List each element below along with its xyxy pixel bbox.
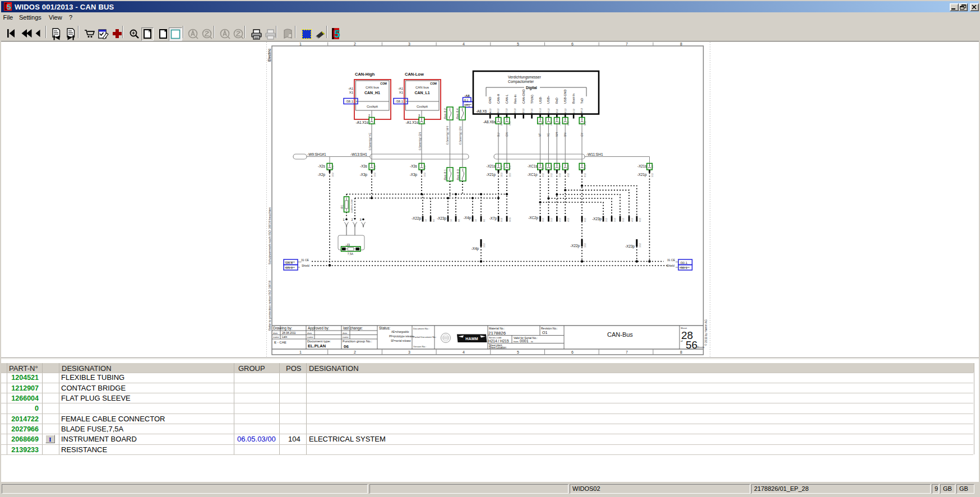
svg-text:-X3s: -X3s <box>410 164 417 168</box>
svg-text:from: from <box>514 340 519 343</box>
svg-text:1312: 1312 <box>374 173 376 177</box>
svg-text:-A1: -A1 <box>398 87 404 90</box>
svg-text:R/12: R/12 <box>567 165 570 169</box>
svg-text:Boot-In: Boot-In <box>572 94 575 104</box>
svg-text:3/12: 3/12 <box>605 218 608 222</box>
svg-text:BN: BN <box>563 133 567 137</box>
svg-text:3/12: 3/12 <box>424 165 426 169</box>
svg-text:USB+: USB+ <box>547 95 550 104</box>
svg-text:5: 5 <box>517 42 519 46</box>
svg-text:name: name <box>343 336 349 338</box>
svg-text:6/12: 6/12 <box>584 218 586 222</box>
svg-text:Q/12: Q/12 <box>542 165 544 169</box>
svg-text:0001: 0001 <box>520 339 529 343</box>
svg-text:Cockpit: Cockpit <box>417 105 428 108</box>
svg-text:28.08.2011: 28.08.2011 <box>282 331 296 335</box>
svg-text:L/12: L/12 <box>572 108 575 113</box>
svg-text:-X23p: -X23p <box>625 244 635 249</box>
svg-text:-A8: -A8 <box>464 94 470 97</box>
svg-text:4/12: 4/12 <box>567 218 570 222</box>
svg-text:I9/15: I9/15 <box>509 217 511 222</box>
svg-text:06: 06 <box>344 344 349 349</box>
svg-text:II/10: II/10 <box>501 218 503 222</box>
svg-text:-X4p: -X4p <box>464 216 471 220</box>
svg-text:H214 / H215: H214 / H215 <box>488 339 509 343</box>
svg-text:CAN-L: CAN-L <box>505 94 509 104</box>
svg-text:1312: 1312 <box>424 173 426 177</box>
svg-text:B/12: B/12 <box>501 122 503 126</box>
svg-text:date: date <box>273 332 278 335</box>
svg-text:G/12: G/12 <box>542 121 544 126</box>
svg-text:Material No.:: Material No.: <box>489 327 505 330</box>
svg-text:C/12: C/12 <box>505 108 508 113</box>
svg-text:O1: O1 <box>542 331 547 335</box>
svg-text:0.5mm²(q) YE: 0.5mm²(q) YE <box>368 132 372 150</box>
svg-text:WH: WH <box>555 132 558 137</box>
svg-text:GN: GN <box>505 132 509 137</box>
svg-text:-X3s: -X3s <box>360 164 367 168</box>
svg-text:8/12: 8/12 <box>584 173 586 177</box>
svg-text:1/2: 1/2 <box>475 219 477 222</box>
svg-text:Version No.:: Version No.: <box>413 345 426 348</box>
svg-text:1: 1 <box>299 42 302 46</box>
svg-text:3/12: 3/12 <box>542 218 544 222</box>
svg-text:Refer to protection notice ISO: Refer to protection notice ISO 16016 <box>268 281 271 331</box>
svg-text:2: 2 <box>354 350 356 354</box>
svg-text:E - CAE: E - CAE <box>274 341 286 344</box>
svg-text:0.5mm²(q) GN: 0.5mm²(q) GN <box>418 132 422 150</box>
svg-text:4: 4 <box>463 42 465 46</box>
svg-text:Res-In: Res-In <box>514 95 517 104</box>
svg-text:COM: COM <box>430 82 437 85</box>
svg-text:6: 6 <box>571 350 574 354</box>
svg-text:3: 3 <box>408 42 410 46</box>
svg-text:0.5mm²(q) GN: 0.5mm²(q) GN <box>459 127 462 145</box>
svg-text:CAN-Low: CAN-Low <box>405 72 424 77</box>
svg-text:TxD: TxD <box>580 98 584 104</box>
svg-text:-Res.8.1: -Res.8.1 <box>443 169 447 181</box>
svg-text:5/12: 5/12 <box>614 218 616 222</box>
svg-text:2/12: 2/12 <box>501 165 503 169</box>
svg-text:1112: 1112 <box>509 173 511 177</box>
svg-text:-X22p: -X22p <box>412 216 421 221</box>
svg-text:2: 2 <box>374 123 376 124</box>
svg-text:-J3: -J3 <box>345 243 350 247</box>
svg-text:2: 2 <box>354 42 356 46</box>
svg-text:Lais: Lais <box>282 335 288 338</box>
svg-text:7: 7 <box>626 350 628 354</box>
svg-text:J/12: J/12 <box>559 122 561 126</box>
svg-text:-Res.8.3: -Res.8.3 <box>456 169 460 181</box>
svg-text:D/12: D/12 <box>514 108 516 113</box>
svg-text:CAN-High: CAN-High <box>355 72 375 77</box>
svg-text:K/12: K/12 <box>567 122 570 126</box>
svg-text:Status:: Status: <box>379 326 390 330</box>
svg-text:HAMM: HAMM <box>465 337 478 341</box>
svg-text:M/12: M/12 <box>584 121 586 126</box>
svg-text:2178826: 2178826 <box>488 331 506 336</box>
svg-text:Schutzvermerk nach ISO 16016 b: Schutzvermerk nach ISO 16016 beachten <box>268 207 271 264</box>
svg-text:M/12: M/12 <box>584 165 586 169</box>
svg-text:1312: 1312 <box>584 243 586 248</box>
svg-text:Verdichtungsmesser: Verdichtungsmesser <box>508 75 542 80</box>
svg-text:G/12: G/12 <box>539 108 542 113</box>
svg-text:-X7p: -X7p <box>489 216 497 221</box>
svg-text:CAN bus: CAN bus <box>415 86 429 89</box>
svg-text:-A8.X6s: -A8.X6s <box>483 120 496 124</box>
svg-text:-X21p: -X21p <box>486 173 496 177</box>
svg-text:COM: COM <box>380 82 387 85</box>
svg-text:EL.PLAN: EL.PLAN <box>308 343 326 349</box>
svg-text:SF=serial release: SF=serial release <box>391 340 411 342</box>
svg-text:F/14: F/14 <box>530 108 533 113</box>
svg-text:-R1: -R1 <box>340 205 344 210</box>
svg-text:5/12: 5/12 <box>622 218 625 222</box>
svg-text:© 2011 by Hamm AG: © 2011 by Hamm AG <box>704 319 708 346</box>
svg-text:Function group No.:: Function group No.: <box>343 340 372 343</box>
svg-text:TP(W): TP(W) <box>530 95 534 104</box>
svg-text:-X21s: -X21s <box>487 164 496 168</box>
svg-text:4: 4 <box>463 350 465 354</box>
svg-text:4/12: 4/12 <box>559 218 561 222</box>
svg-text:Compactometer: Compactometer <box>508 80 534 84</box>
svg-text:7,5A: 7,5A <box>348 252 354 256</box>
svg-text:-X21p: -X21p <box>637 173 647 177</box>
svg-text:-X4p: -X4p <box>471 247 479 251</box>
svg-text:Digital: Digital <box>526 86 537 90</box>
